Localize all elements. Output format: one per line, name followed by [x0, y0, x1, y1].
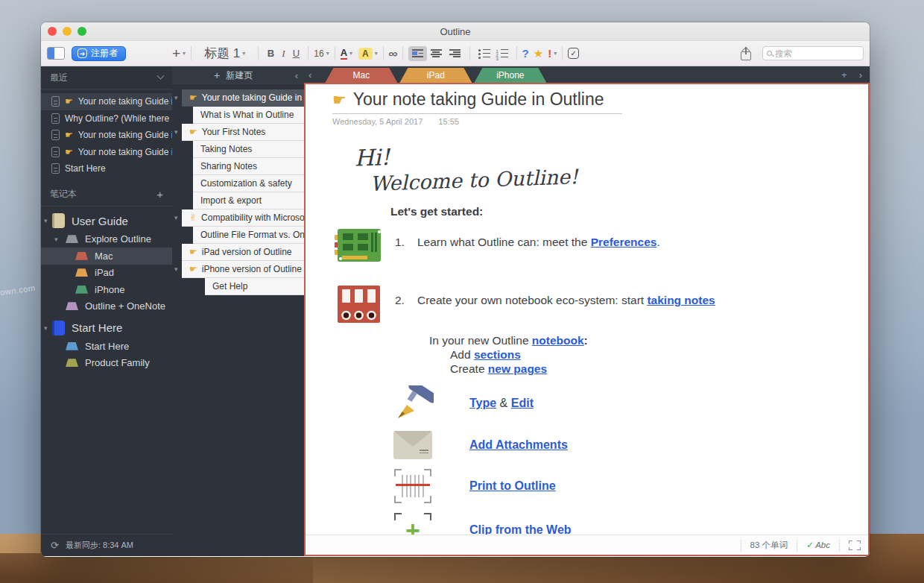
question-tag-button[interactable]: ?: [522, 47, 529, 60]
note-editor[interactable]: ☛ Your note taking Guide in Outline Wedn…: [306, 84, 868, 535]
bullet-list-button[interactable]: [475, 49, 493, 58]
italic-button[interactable]: I: [277, 48, 289, 60]
note-title-text: Your note taking Guide in Outline: [353, 89, 604, 110]
zoom-button[interactable]: [77, 27, 86, 36]
page-item[interactable]: ▾ ✌Compatibility with Microsoft OneNote: [172, 209, 304, 227]
section-mac[interactable]: Mac: [41, 248, 172, 265]
disclosure-triangle-icon[interactable]: ▾: [44, 217, 48, 224]
section-color-icon: [75, 252, 88, 260]
section-start-here[interactable]: Start Here: [41, 338, 172, 355]
search-input[interactable]: [775, 49, 859, 58]
outline-app-window: Outline ➜ 注册者 + ▾ 标题 1 ▾ B I U 16 ▾ A ▾: [41, 22, 870, 557]
scroll-tabs-right-icon[interactable]: ›: [859, 69, 862, 81]
recent-item[interactable]: Why Outline? (While there is: [41, 110, 172, 127]
bold-button[interactable]: B: [264, 48, 277, 59]
scroll-tabs-left-icon[interactable]: ‹: [308, 69, 311, 81]
page-item[interactable]: Outline File Format vs. OneNote: [172, 227, 304, 244]
add-attachments-link[interactable]: Add Attachments: [469, 438, 568, 451]
toolbar-divider: [469, 46, 470, 60]
notebook-link[interactable]: notebook: [532, 334, 584, 347]
page-item[interactable]: ▾ ☛iPhone version of Outline: [172, 261, 304, 278]
share-button[interactable]: [740, 47, 752, 60]
notebook-start-here[interactable]: ▾ Start Here: [41, 318, 172, 338]
collapse-panel-icon[interactable]: ‹: [295, 70, 298, 81]
disclosure-triangle-icon[interactable]: ▾: [44, 324, 48, 332]
page-item[interactable]: Get Help: [172, 278, 304, 295]
tab-mac[interactable]: Mac: [325, 68, 397, 83]
print-to-outline-link[interactable]: Print to Outline: [469, 479, 556, 492]
type-link[interactable]: Type: [469, 397, 496, 409]
new-note-button[interactable]: + ▾: [172, 45, 186, 62]
list-item-2: 2. Create your own notebook eco-system: …: [332, 284, 856, 327]
notebook-user-guide[interactable]: ▾ User Guide: [41, 211, 172, 231]
notebook-label: Start Here: [72, 321, 122, 334]
recent-item[interactable]: ☛ Your note taking Guide in: [41, 93, 172, 110]
page-item[interactable]: Customization & safety: [172, 175, 304, 192]
checkbox-icon: ✓: [568, 48, 579, 59]
fullscreen-expand-icon[interactable]: [849, 541, 861, 550]
recent-item[interactable]: ☛ Your note taking Guide in: [41, 144, 172, 161]
page-item[interactable]: ☛iPad version of Outline: [172, 244, 304, 261]
align-right-button[interactable]: [446, 46, 464, 61]
page-item-label: Get Help: [212, 281, 247, 292]
paragraph-style-dropdown[interactable]: 标题 1 ▾: [197, 45, 253, 62]
page-item[interactable]: What is What in Outline: [172, 107, 304, 124]
recent-item[interactable]: ☛ Your note taking Guide in: [41, 127, 172, 144]
numbered-list-button[interactable]: 123: [493, 49, 511, 58]
edit-link[interactable]: Edit: [511, 397, 534, 409]
section-label: iPhone: [95, 284, 124, 295]
checkbox-tag-button[interactable]: ✓: [568, 48, 579, 59]
chevron-down-icon: ▾: [349, 50, 352, 57]
chevron-down-icon: ▾: [554, 50, 557, 57]
highlight-color-button[interactable]: A ▾: [358, 48, 378, 60]
tab-ipad[interactable]: iPad: [399, 68, 472, 83]
add-section-icon[interactable]: +: [841, 69, 847, 81]
tab-iphone[interactable]: iPhone: [474, 68, 546, 83]
sidebar-toggle-icon[interactable]: [47, 47, 65, 60]
recent-item[interactable]: Start Here: [41, 160, 172, 177]
section-outline-onenote[interactable]: Outline + OneNote: [41, 298, 172, 315]
preferences-link[interactable]: Preferences: [591, 236, 657, 248]
titlebar: Outline: [41, 22, 870, 41]
disclosure-triangle-icon[interactable]: ▾: [174, 265, 178, 273]
underline-button[interactable]: U: [289, 48, 303, 59]
page-item[interactable]: ▾ ☛Your First Notes: [172, 124, 304, 141]
register-button[interactable]: ➜ 注册者: [72, 46, 126, 61]
page-item-label: Your note taking Guide in Outline: [202, 92, 304, 103]
align-center-button[interactable]: [427, 46, 446, 61]
section-ipad[interactable]: iPad: [41, 265, 172, 282]
align-left-button[interactable]: [408, 46, 427, 61]
recent-section-header[interactable]: 最近: [41, 66, 172, 89]
wallpaper-dune-shadow: [0, 553, 313, 583]
font-size-dropdown[interactable]: 16 ▾: [314, 48, 329, 59]
disclosure-triangle-icon[interactable]: ▾: [174, 94, 178, 101]
toolbar-divider: [191, 46, 192, 60]
important-tag-button[interactable]: ! ▾: [548, 47, 557, 60]
new-page-button[interactable]: +: [214, 69, 220, 81]
section-product-family[interactable]: Product Family: [41, 355, 172, 372]
search-field[interactable]: [762, 46, 864, 60]
insert-link-button[interactable]: ∞: [388, 47, 397, 60]
add-notebook-button[interactable]: +: [156, 188, 163, 201]
page-item-selected[interactable]: ▾ ☛Your note taking Guide in Outline: [172, 89, 304, 107]
clip-from-web-link[interactable]: Clip from the Web: [469, 523, 572, 535]
section-explore-outline[interactable]: ▾ Explore Outline: [41, 231, 172, 248]
spellcheck-toggle[interactable]: ✓ Abc: [806, 540, 830, 550]
minimize-button[interactable]: [63, 27, 72, 36]
new-pages-link[interactable]: new pages: [488, 362, 547, 375]
sections-link[interactable]: sections: [474, 348, 521, 361]
disclosure-triangle-icon[interactable]: ▾: [174, 128, 178, 136]
sync-refresh-icon[interactable]: ⟳: [51, 540, 59, 551]
star-tag-button[interactable]: ★: [534, 47, 543, 60]
page-item[interactable]: Sharing Notes: [172, 158, 304, 175]
disclosure-triangle-icon[interactable]: ▾: [54, 236, 58, 243]
disclosure-triangle-icon[interactable]: ▾: [174, 214, 178, 221]
section-iphone[interactable]: iPhone: [41, 281, 172, 298]
taking-notes-link[interactable]: taking notes: [647, 294, 715, 306]
page-item[interactable]: Import & export: [172, 192, 304, 209]
page-item[interactable]: Taking Notes: [172, 141, 304, 158]
feature-row-clip: + Clip from the Web: [332, 513, 856, 535]
text-color-button[interactable]: A ▾: [341, 48, 352, 60]
close-button[interactable]: [48, 27, 57, 36]
sync-status-row[interactable]: ⟳ 最新同步: 8:34 AM: [41, 534, 172, 556]
